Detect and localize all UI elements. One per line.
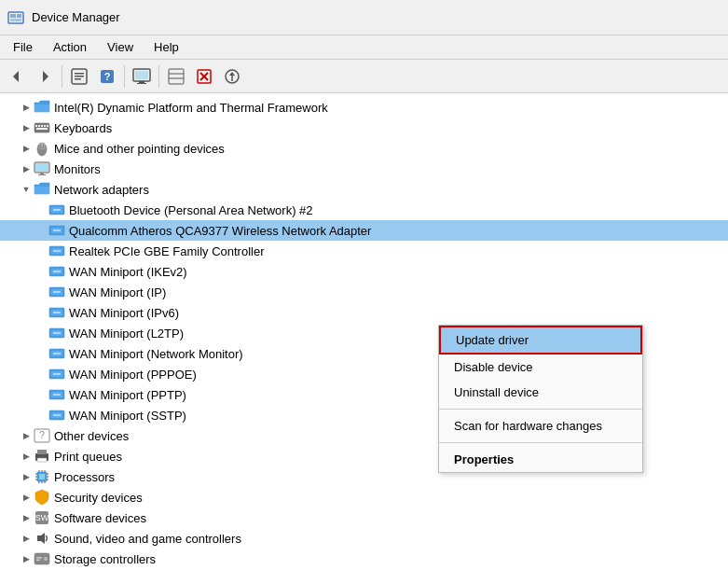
svg-rect-76: [37, 458, 47, 462]
expand-icon[interactable]: ▼: [19, 182, 34, 197]
scan-button[interactable]: [163, 63, 189, 90]
tree-label-software: Software devices: [54, 511, 146, 525]
keyboard-icon: [34, 119, 50, 136]
expand-icon[interactable]: ▶: [19, 161, 34, 176]
tree-item-intel[interactable]: ▶ Intel(R) Dynamic Platform and Thermal …: [0, 97, 728, 118]
svg-text:?: ?: [104, 71, 111, 82]
tree-item-qualcomm[interactable]: ▶ Qualcomm Atheros QCA9377 Wireless Netw…: [0, 220, 728, 241]
svg-rect-9: [75, 78, 81, 80]
context-menu-update-driver[interactable]: Update driver: [439, 326, 642, 355]
security-icon: [34, 489, 50, 506]
svg-rect-1: [10, 14, 16, 18]
svg-text:?: ?: [39, 430, 45, 440]
tree-item-mice[interactable]: ▶ Mice and other pointing devices: [0, 138, 728, 159]
expand-icon[interactable]: ▶: [19, 469, 34, 484]
expand-icon[interactable]: ▶: [19, 120, 34, 135]
mouse-icon: [34, 140, 50, 157]
svg-rect-14: [137, 83, 146, 84]
expand-icon[interactable]: ▶: [19, 141, 34, 156]
svg-marker-93: [37, 533, 45, 544]
tree-label-keyboards: Keyboards: [54, 121, 112, 135]
uninstall-button[interactable]: [191, 63, 217, 90]
tree-item-sound[interactable]: ▶ Sound, video and game controllers: [0, 528, 728, 549]
context-menu-properties[interactable]: Properties: [439, 447, 642, 472]
network-card-icon: [48, 222, 65, 239]
expand-icon[interactable]: ▶: [19, 449, 34, 464]
svg-marker-5: [43, 71, 48, 82]
svg-text:SW: SW: [35, 513, 49, 522]
properties-button[interactable]: [66, 63, 92, 90]
tree-label-wan-ipv6: WAN Miniport (IPv6): [69, 306, 179, 320]
folder-icon: [34, 99, 50, 116]
help-button[interactable]: ?: [94, 63, 120, 90]
svg-rect-26: [35, 125, 37, 127]
network-card-icon: [48, 345, 65, 362]
storage-icon: [34, 550, 50, 567]
software-icon: SW: [34, 509, 50, 526]
network-card-icon: [48, 304, 65, 321]
context-menu-sep-2: [439, 442, 642, 443]
other-icon: ?: [34, 427, 50, 444]
context-menu-sep-1: [439, 409, 642, 410]
processor-icon: [34, 468, 50, 485]
expand-icon[interactable]: ▶: [19, 531, 34, 546]
svg-marker-23: [229, 72, 235, 76]
svg-rect-13: [139, 81, 144, 83]
tree-label-network: Network adapters: [54, 183, 149, 197]
svg-rect-38: [38, 174, 46, 175]
tree-label-processors: Processors: [54, 470, 115, 484]
tree-label-monitors: Monitors: [54, 162, 101, 176]
expand-icon[interactable]: ▶: [19, 428, 34, 443]
back-button[interactable]: [4, 63, 30, 90]
svg-rect-15: [135, 71, 148, 79]
tree-item-bluetooth[interactable]: ▶ Bluetooth Device (Personal Area Networ…: [0, 200, 728, 220]
tree-item-realtek[interactable]: ▶ Realtek PCIe GBE Family Controller: [0, 241, 728, 261]
tree-item-storage[interactable]: ▶ Storage controllers: [0, 549, 728, 569]
monitor-button[interactable]: [129, 63, 155, 90]
menu-view[interactable]: View: [98, 38, 143, 56]
svg-rect-3: [10, 19, 21, 21]
menu-action[interactable]: Action: [44, 38, 96, 56]
context-menu-scan-hardware[interactable]: Scan for hardware changes: [439, 413, 642, 438]
tree-item-monitors[interactable]: ▶ Monitors: [0, 159, 728, 179]
svg-rect-36: [35, 163, 48, 172]
menu-help[interactable]: Help: [144, 38, 188, 56]
tree-item-wan-ikev2[interactable]: ▶ WAN Miniport (IKEv2): [0, 261, 728, 282]
tree-item-wan-ipv6[interactable]: ▶ WAN Miniport (IPv6): [0, 302, 728, 323]
context-menu: Update driver Disable device Uninstall d…: [438, 325, 643, 473]
tree-label-other: Other devices: [54, 429, 129, 443]
menu-file[interactable]: File: [4, 38, 42, 56]
tree-item-network[interactable]: ▼ Network adapters: [0, 179, 728, 200]
tree-item-keyboards[interactable]: ▶ Keyboards: [0, 118, 728, 138]
context-menu-uninstall-device[interactable]: Uninstall device: [439, 380, 642, 405]
context-menu-disable-device[interactable]: Disable device: [439, 355, 642, 380]
network-card-icon: [48, 407, 65, 424]
tree-label-print: Print queues: [54, 450, 122, 464]
tree-item-wan-ip[interactable]: ▶ WAN Miniport (IP): [0, 282, 728, 302]
svg-rect-75: [37, 450, 47, 454]
tree-label-wan-netmon: WAN Miniport (Network Monitor): [69, 347, 243, 361]
tree-label-bluetooth: Bluetooth Device (Personal Area Network)…: [69, 203, 313, 217]
tree-label-security: Security devices: [54, 491, 143, 505]
network-card-icon: [48, 243, 65, 259]
expand-icon[interactable]: ▶: [19, 510, 34, 525]
svg-rect-29: [44, 125, 46, 127]
network-card-icon: [48, 263, 65, 280]
update-button[interactable]: [219, 63, 245, 90]
tree-item-security[interactable]: ▶ Security devices: [0, 487, 728, 508]
tree-label-wan-ip: WAN Miniport (IP): [69, 285, 166, 299]
tree-label-realtek: Realtek PCIe GBE Family Controller: [69, 244, 265, 258]
network-card-icon: [48, 366, 65, 382]
network-card-icon: [48, 202, 65, 218]
svg-rect-27: [38, 125, 40, 127]
expand-icon[interactable]: ▶: [19, 490, 34, 505]
expand-icon[interactable]: ▶: [19, 100, 34, 115]
svg-rect-16: [169, 69, 184, 84]
network-card-icon: [48, 284, 65, 300]
expand-icon[interactable]: ▶: [19, 551, 34, 566]
svg-rect-28: [41, 125, 43, 127]
tree-item-software[interactable]: ▶ SW Software devices: [0, 508, 728, 528]
forward-button[interactable]: [32, 63, 58, 90]
svg-rect-7: [75, 73, 84, 75]
tree-label-wan-l2tp: WAN Miniport (L2TP): [69, 327, 184, 341]
